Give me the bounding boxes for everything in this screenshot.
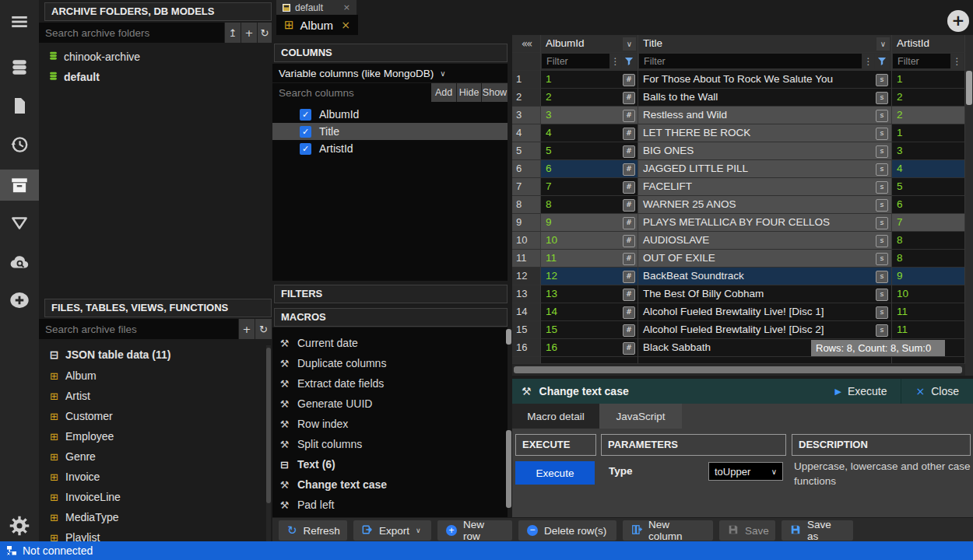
macro-item-row[interactable]: ⚒Row index	[272, 414, 508, 434]
cell-albumid[interactable]: 7#	[541, 178, 638, 196]
cell-title[interactable]: Alcohol Fueled Brewtality Live! [Disc 1]…	[638, 303, 892, 321]
upload-icon[interactable]: ↥	[225, 23, 241, 43]
cell-albumid[interactable]: 5#	[541, 142, 638, 160]
table-list-item[interactable]: ⊞InvoiceLine	[39, 487, 265, 507]
cell-albumid[interactable]: 10#	[541, 232, 638, 250]
hide-column-button[interactable]: Hide	[457, 83, 481, 102]
add-folder-icon[interactable]: +	[241, 23, 257, 43]
cell-albumid[interactable]: 4#	[541, 124, 638, 142]
cell-albumid[interactable]: 1#	[541, 71, 638, 89]
cell-artistid[interactable]: 3	[892, 142, 965, 160]
add-circle-icon[interactable]	[0, 285, 39, 316]
cell-title[interactable]: The Best Of Billy Cobhams	[638, 285, 892, 303]
macro-item-row[interactable]: ⚒Split columns	[272, 434, 508, 454]
title-filter-input[interactable]	[639, 54, 862, 68]
tab-default-close-icon[interactable]: ×	[343, 2, 350, 12]
show-column-button[interactable]: Show	[482, 83, 508, 102]
cell-title[interactable]: PLAYS METALLICA BY FOUR CELLOSs	[638, 214, 892, 232]
statusbar-text[interactable]: Not connected	[23, 544, 93, 557]
cell-artistid[interactable]: 1	[892, 71, 965, 89]
cell-title[interactable]: OUT OF EXILEs	[638, 250, 892, 268]
tab-macro-detail[interactable]: Macro detail	[512, 404, 599, 429]
macros-scrollbar[interactable]	[506, 327, 511, 517]
table-list-item[interactable]: ⊞MediaType	[39, 507, 265, 527]
settings-gear-icon[interactable]	[0, 510, 39, 541]
cell-title[interactable]: BackBeat Soundtracks	[638, 268, 892, 285]
cell-title[interactable]: LET THERE BE ROCKs	[638, 124, 892, 142]
cell-artistid[interactable]: 11	[892, 321, 965, 339]
cell-artistid[interactable]: 7	[892, 214, 965, 232]
archive-folder-item[interactable]: chinook-archive	[39, 47, 272, 67]
files-group-json-table-data[interactable]: ⊟ JSON table data (11)	[39, 345, 265, 365]
grid-collapse-icon[interactable]: ««	[512, 35, 541, 53]
cell-title[interactable]: Restless and Wilds	[638, 107, 892, 124]
cell-albumid[interactable]: 2#	[541, 89, 638, 107]
toolbar-refresh-button[interactable]: ↻Refresh	[279, 520, 347, 541]
cloud-search-icon[interactable]	[0, 247, 39, 278]
cell-albumid[interactable]: 9#	[541, 214, 638, 232]
checkbox-checked-icon[interactable]: ✓	[300, 143, 311, 155]
cell-albumid[interactable]: 16#	[541, 339, 638, 357]
column-checkbox-row[interactable]: ✓Title	[272, 123, 508, 140]
toolbar-new-column-button[interactable]: New column	[623, 520, 713, 541]
cell-artistid[interactable]: 5	[892, 178, 965, 196]
albumid-filter-menu-icon[interactable]: ⋮	[609, 54, 621, 69]
table-list-item[interactable]: ⊞Invoice	[39, 467, 265, 487]
macro-close-button[interactable]: × Close	[901, 379, 973, 404]
database-icon[interactable]	[0, 51, 39, 82]
title-filter-menu-icon[interactable]: ⋮	[862, 54, 874, 69]
table-list-item[interactable]: ⊞Artist	[39, 386, 265, 406]
tab-default[interactable]: default ×	[276, 0, 357, 15]
collapse-group-icon[interactable]: ⊟	[48, 348, 60, 361]
column-mode-dropdown[interactable]: Variable columns (like MongoDB) ∨	[272, 64, 508, 82]
cell-artistid[interactable]: 4	[892, 160, 965, 178]
cell-artistid[interactable]: 8	[892, 232, 965, 250]
type-select[interactable]: toUpper ∨	[708, 462, 783, 481]
history-icon[interactable]	[0, 129, 39, 160]
macro-item-row[interactable]: ⚒Pad left	[272, 495, 508, 515]
tab-javascript[interactable]: JavaScript	[599, 404, 682, 429]
toolbar-new-row-button[interactable]: +New row	[437, 520, 512, 541]
cell-artistid[interactable]: 8	[892, 250, 965, 268]
table-list-item[interactable]: ⊞Customer	[39, 406, 265, 426]
cell-artistid[interactable]: 10	[892, 285, 965, 303]
cell-albumid[interactable]: 14#	[541, 303, 638, 321]
grid-vscrollbar[interactable]	[965, 35, 973, 376]
cell-title[interactable]: Alcohol Fueled Brewtality Live! [Disc 2]…	[638, 321, 892, 339]
title-filter-funnel-icon[interactable]	[875, 54, 889, 69]
table-list-item[interactable]: ⊞Album	[39, 366, 265, 386]
triangle-icon[interactable]	[0, 208, 39, 239]
cell-albumid[interactable]: 3#	[541, 107, 638, 124]
tab-album-close-icon[interactable]: ×	[341, 19, 350, 31]
cell-title[interactable]: AUDIOSLAVEs	[638, 232, 892, 250]
checkbox-checked-icon[interactable]: ✓	[300, 109, 311, 121]
cell-title[interactable]: JAGGED LITTLE PILLs	[638, 160, 892, 178]
cell-title[interactable]: WARNER 25 ANOSs	[638, 196, 892, 214]
cell-title[interactable]: Balls to the Walls	[638, 89, 892, 107]
files-search-input[interactable]	[39, 319, 238, 339]
albumid-header-dropdown-icon[interactable]: ∨	[623, 37, 636, 51]
artistid-filter-input[interactable]	[893, 54, 950, 68]
tab-album[interactable]: ⊞ Album ×	[276, 15, 358, 35]
column-header-title[interactable]: Title ∨	[638, 35, 892, 53]
toolbar-save-as-button[interactable]: Save as	[782, 520, 853, 541]
column-header-artistid[interactable]: ArtistId	[892, 35, 965, 53]
cell-albumid[interactable]: 12#	[541, 268, 638, 285]
macro-execute-header-button[interactable]: ▶ Execute	[820, 379, 901, 404]
cell-artistid[interactable]: 6	[892, 196, 965, 214]
archive-folder-item[interactable]: default	[39, 67, 272, 87]
files-scrollbar[interactable]	[266, 345, 271, 541]
file-icon[interactable]	[0, 90, 39, 121]
cell-artistid[interactable]: 2	[892, 89, 965, 107]
refresh-folders-icon[interactable]: ↻	[258, 23, 272, 43]
cell-artistid[interactable]: 1	[892, 124, 965, 142]
artistid-filter-menu-icon[interactable]: ⋮	[951, 54, 963, 69]
macro-item-row[interactable]: ⚒Generate UUID	[272, 394, 508, 414]
cell-artistid[interactable]: 9	[892, 268, 965, 285]
albumid-filter-input[interactable]	[542, 54, 610, 68]
columns-search-input[interactable]	[272, 83, 431, 102]
column-checkbox-row[interactable]: ✓ArtistId	[272, 140, 508, 157]
cell-artistid[interactable]: 11	[892, 303, 965, 321]
table-list-item[interactable]: ⊞Employee	[39, 426, 265, 446]
archive-icon[interactable]	[0, 170, 39, 201]
